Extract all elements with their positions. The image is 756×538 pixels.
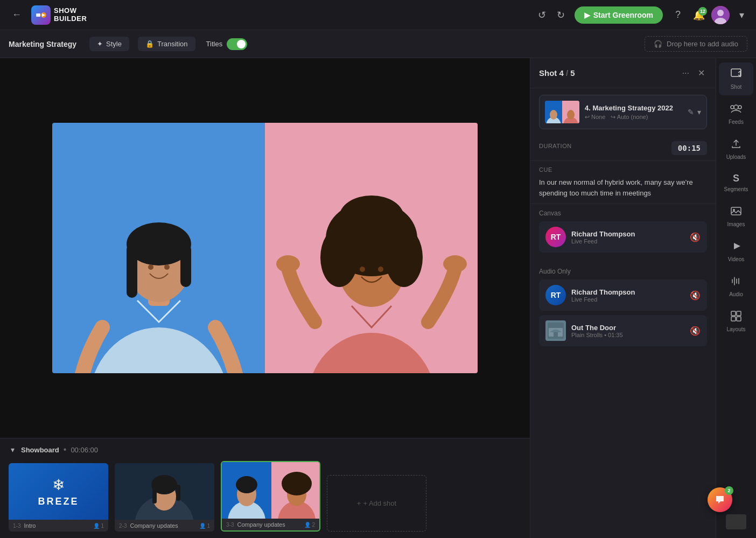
add-shot-button[interactable]: + + Add shot <box>327 475 426 532</box>
logo: SHOWBUILDER <box>31 5 87 25</box>
shot-edit-button[interactable]: ✎ <box>688 108 694 116</box>
layouts-icon <box>730 310 742 324</box>
shot-people-2 <box>115 463 214 520</box>
start-greenroom-button[interactable]: ▶ Start Greenroom <box>575 6 663 24</box>
audio-feed-avatar: RT <box>545 285 566 305</box>
profile-chevron[interactable]: ▾ <box>736 7 747 23</box>
svg-point-4 <box>717 10 724 16</box>
canvas-left <box>52 123 265 373</box>
svg-rect-11 <box>180 244 191 287</box>
canvas-avatar-img: RT <box>545 227 566 247</box>
duration-label: Duration <box>539 143 572 149</box>
sidebar-item-feeds[interactable]: Feeds <box>719 97 753 130</box>
audio-artist: Plain Strolls <box>571 332 603 338</box>
shot-thumb-img-2 <box>115 463 214 520</box>
canvas-label: Canvas <box>539 209 707 217</box>
shot-thumb-1[interactable]: ❄ BREZE 1-3 Intro 👤 1 <box>9 463 108 532</box>
sidebar-item-videos[interactable]: Videos <box>719 235 753 268</box>
images-icon <box>730 205 742 219</box>
sidebar-item-uploads[interactable]: Uploads <box>719 132 753 165</box>
far-right-sidebar: Shot Feeds Uploads S <box>716 58 756 538</box>
svg-point-20 <box>320 228 358 287</box>
svg-point-54 <box>738 106 741 109</box>
track-mute-button[interactable]: 🔇 <box>690 326 701 336</box>
videos-icon <box>730 240 742 254</box>
sidebar-item-layouts[interactable]: Layouts <box>719 305 753 338</box>
sidebar-label-uploads: Uploads <box>726 154 746 160</box>
transition-button[interactable]: 🔒 Transition <box>138 37 195 51</box>
avatar[interactable] <box>711 6 730 24</box>
transition-icon: 🔒 <box>145 40 154 48</box>
svg-rect-59 <box>737 311 741 316</box>
help-button[interactable]: ? <box>669 6 687 24</box>
panel-scroll[interactable]: 4. Marketing Strategy 2022 ↩ None ↪ Auto… <box>530 88 716 538</box>
svg-point-25 <box>360 267 365 272</box>
audio-track-info: Out The Door Plain Strolls • 01:35 <box>571 324 684 338</box>
audio-feed-item: RT Richard Thompson Live Feed 🔇 <box>539 280 707 311</box>
project-name: Marketing Strategy <box>9 40 76 48</box>
sidebar-label-layouts: Layouts <box>726 326 745 332</box>
svg-rect-58 <box>731 311 736 316</box>
audio-duration: 01:35 <box>608 332 623 338</box>
bottom-area <box>726 514 746 534</box>
sidebar-item-segments[interactable]: S Segments <box>719 167 753 198</box>
titles-label: Titles <box>206 40 223 48</box>
shot-transition-meta: ↩ None <box>585 114 605 121</box>
titles-toggle: Titles <box>206 38 248 50</box>
chat-fab[interactable]: 2 <box>708 487 732 512</box>
notification-button[interactable]: 🔔 12 <box>693 9 705 21</box>
svg-point-44 <box>550 110 557 120</box>
shot-total: 5 <box>570 68 575 78</box>
style-button[interactable]: ✦ Style <box>89 37 129 51</box>
sidebar-item-shot[interactable]: Shot <box>719 62 753 95</box>
svg-rect-60 <box>731 317 736 321</box>
shot-thumb-img-1: ❄ BREZE <box>9 463 108 520</box>
cue-section: Cue In our new normal of hybrid work, ma… <box>530 161 716 204</box>
audio-track-meta: Plain Strolls • 01:35 <box>571 332 684 338</box>
style-label: Style <box>106 40 122 48</box>
shot-panel-title: Shot 4 / 5 <box>539 68 680 78</box>
svg-point-6 <box>89 327 229 373</box>
toggle-knob <box>237 40 246 48</box>
canvas-area <box>0 58 530 438</box>
sidebar-item-images[interactable]: Images <box>719 200 753 233</box>
audio-track-thumb <box>545 320 566 341</box>
shot-thumb-2[interactable]: 2-3 Company updates 👤 1 <box>115 463 214 532</box>
redo-button[interactable]: ↻ <box>554 7 568 23</box>
segments-icon: S <box>733 173 739 184</box>
audio-icon <box>730 275 742 289</box>
headphone-icon: 🎧 <box>654 40 662 48</box>
uploads-icon <box>730 138 742 152</box>
svg-rect-10 <box>127 244 137 298</box>
showboard-collapse[interactable]: ▾ <box>9 445 17 454</box>
svg-point-21 <box>385 228 423 287</box>
style-icon: ✦ <box>97 40 103 48</box>
shot-card-meta: ↩ None ↪ Auto (none) <box>585 114 682 121</box>
shot-expand-button[interactable]: ▾ <box>697 108 701 116</box>
titles-switch[interactable] <box>227 38 247 50</box>
svg-rect-32 <box>176 485 180 501</box>
shot-options-button[interactable]: ··· <box>680 66 691 80</box>
shot-thumb-3[interactable]: 3-3 Company updates 👤 2 <box>221 461 320 532</box>
showboard-title: Showboard <box>21 446 59 454</box>
canvas-feed-type: Live Feed <box>571 238 684 244</box>
canvas-section: Canvas RT Richard Thompson Live Feed 🔇 <box>530 204 716 262</box>
center-panel: ▾ Showboard • 00:06:00 ❄ BREZE 1-3 <box>0 58 530 538</box>
showboard-header: ▾ Showboard • 00:06:00 <box>9 445 521 455</box>
audio-track-item: Out The Door Plain Strolls • 01:35 🔇 <box>539 315 707 346</box>
notification-badge: 12 <box>698 7 707 16</box>
undo-redo-group: ↺ ↻ <box>535 7 568 23</box>
shot-thumb-label-2: 2-3 Company updates 👤 1 <box>115 520 214 532</box>
layout-preview <box>726 514 746 529</box>
undo-button[interactable]: ↺ <box>535 7 549 23</box>
cue-text: In our new normal of hybrid work, many s… <box>539 177 707 198</box>
canvas-feed-avatar: RT <box>545 227 566 247</box>
shot-icon <box>730 68 742 82</box>
showboard: ▾ Showboard • 00:06:00 ❄ BREZE 1-3 <box>0 438 530 538</box>
sidebar-item-audio[interactable]: Audio <box>719 270 753 303</box>
shot-close-button[interactable]: ✕ <box>696 66 707 80</box>
audio-mute-button[interactable]: 🔇 <box>690 290 701 301</box>
canvas-mute-button[interactable]: 🔇 <box>690 232 701 242</box>
back-button[interactable]: ← <box>9 7 25 23</box>
audio-drop-zone[interactable]: 🎧 Drop here to add audio <box>645 36 747 52</box>
